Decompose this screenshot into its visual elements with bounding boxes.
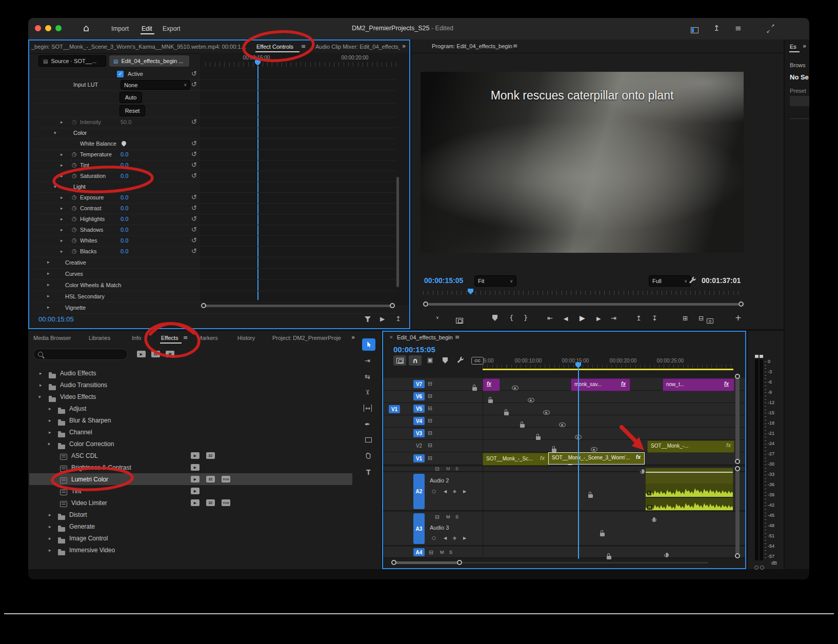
solo-button[interactable]: S xyxy=(449,550,452,555)
sync-lock-icon[interactable]: ⊟ xyxy=(428,393,432,399)
expand-chevron-icon[interactable]: ▸ xyxy=(47,259,50,265)
reset-icon[interactable]: ↺ xyxy=(191,226,197,233)
comparison-view-icon[interactable]: ⊞ xyxy=(683,315,688,322)
expand-chevron-icon[interactable]: ▸ xyxy=(47,271,50,276)
row-creative[interactable]: ▸ Creative xyxy=(33,257,396,269)
captions-badge[interactable]: CC xyxy=(471,357,484,365)
stopwatch-icon[interactable]: ◷ xyxy=(72,216,77,222)
vscroll-handle[interactable] xyxy=(735,374,740,379)
row-vignette[interactable]: ▸ Vignette xyxy=(33,302,396,314)
panel-menu-icon[interactable]: ≡ xyxy=(513,43,517,49)
mark-out-icon[interactable]: } xyxy=(524,314,528,321)
effects-search-input[interactable] xyxy=(33,349,128,360)
menu-edit[interactable]: Edit xyxy=(142,25,152,32)
program-scroll-handle-right[interactable] xyxy=(739,301,744,307)
keyframe-toggle-icon[interactable]: ○ xyxy=(432,489,436,494)
program-scroll-handle-left[interactable] xyxy=(423,301,428,307)
close-tab-icon[interactable]: ✕ xyxy=(389,335,393,340)
sync-lock-icon[interactable]: ⊟ xyxy=(429,549,433,556)
essential-browse-label[interactable]: Brows xyxy=(790,62,806,68)
filter-32bit-icon[interactable]: 32 xyxy=(151,351,160,357)
tab-history[interactable]: History xyxy=(237,335,255,341)
track-select-tool[interactable]: ⇥ xyxy=(365,357,370,365)
timeline-playhead-line[interactable] xyxy=(578,368,579,559)
stopwatch-icon[interactable]: ◷ xyxy=(72,162,77,168)
expand-chevron-icon[interactable]: ▸ xyxy=(49,418,51,423)
export-frame-camera-icon[interactable] xyxy=(707,318,713,324)
active-checkbox[interactable]: ✓ xyxy=(117,71,124,77)
blacks-value[interactable]: 0.0 xyxy=(121,248,128,254)
selection-tool[interactable] xyxy=(362,338,375,351)
share-icon[interactable]: ↥ xyxy=(713,24,720,33)
expand-chevron-icon[interactable]: ▸ xyxy=(49,406,51,411)
vscroll-handle[interactable] xyxy=(735,466,740,471)
reset-icon[interactable]: ↺ xyxy=(191,194,197,200)
expand-chevron-icon[interactable]: ▸ xyxy=(49,536,51,541)
play-around-icon[interactable]: ▶ xyxy=(380,315,385,323)
reset-button[interactable]: Reset xyxy=(119,105,145,116)
add-keyframe-icon[interactable]: ◆ xyxy=(453,489,456,494)
program-video-frame[interactable]: Monk rescues caterpillar onto plant xyxy=(421,72,744,253)
tree-row-blur-sharpen[interactable]: ▸ Blur & Sharpen xyxy=(29,414,352,426)
meter-clip-indicator[interactable] xyxy=(760,566,764,570)
maximize-window-button[interactable] xyxy=(55,25,62,31)
vscroll-handle[interactable] xyxy=(735,553,740,558)
step-forward-icon[interactable]: ▶ xyxy=(596,315,601,322)
toggle-track-output-icon[interactable] xyxy=(528,398,534,402)
clip-v1-sot-monk-a[interactable]: SOT__Monk_-_Sc... fx xyxy=(483,453,549,466)
audio-gain-line[interactable] xyxy=(646,472,733,473)
highlights-value[interactable]: 0.0 xyxy=(121,216,128,222)
expand-chevron-icon[interactable]: ▸ xyxy=(61,173,63,178)
tint-value[interactable]: 0.0 xyxy=(121,162,128,168)
expand-chevron-icon[interactable]: ▸ xyxy=(49,512,51,517)
pen-tool[interactable]: ✒ xyxy=(365,420,370,428)
razor-tool[interactable]: ✂ xyxy=(364,390,371,395)
track-row-v5[interactable] xyxy=(383,403,745,415)
export-frame-icon[interactable]: ↥ xyxy=(395,315,401,323)
reset-icon[interactable]: ↺ xyxy=(191,81,197,88)
zoom-level-dropdown[interactable]: Fit ∨ xyxy=(474,275,516,287)
timeline-settings-wrench-icon[interactable] xyxy=(457,356,465,364)
tree-row-asc-cdl[interactable]: ASC CDL ▶ 32 xyxy=(29,450,352,461)
reset-icon[interactable]: ↺ xyxy=(191,172,197,179)
tree-row-adjust[interactable]: ▸ Adjust xyxy=(29,402,352,414)
next-keyframe-icon[interactable]: ▶ xyxy=(463,536,466,540)
lock-icon[interactable] xyxy=(504,412,509,415)
go-to-in-icon[interactable]: ⇤ xyxy=(547,314,553,322)
minimize-window-button[interactable] xyxy=(45,25,51,31)
lock-icon[interactable] xyxy=(488,399,493,403)
tab-essential[interactable]: Es xyxy=(790,44,796,50)
lock-icon[interactable] xyxy=(600,533,605,536)
clip-v7-now-t[interactable]: now_t... fx xyxy=(663,378,734,391)
timeline-tab[interactable]: Edit_04_effects_begin xyxy=(397,334,453,340)
sync-lock-icon[interactable]: ⊟ xyxy=(428,430,432,436)
clip-v7-monk-saves[interactable]: monk_sav... fx xyxy=(571,378,630,391)
tab-effect-controls[interactable]: Effect Controls xyxy=(256,44,293,50)
track-row-v3[interactable] xyxy=(383,428,745,440)
sync-lock-icon[interactable]: ⊟ xyxy=(428,405,432,412)
track-v3-badge[interactable]: V3 xyxy=(413,429,425,437)
track-v5-badge[interactable]: V5 xyxy=(413,405,425,413)
tree-row-audio-effects[interactable]: ▸ Audio Effects xyxy=(29,367,352,379)
stopwatch-icon[interactable]: ◷ xyxy=(72,194,77,200)
tree-row-video-limiter[interactable]: Video Limiter ▶ 32 YUV xyxy=(29,497,352,509)
collapse-chevron-icon[interactable]: ▾ xyxy=(38,394,41,399)
expand-chevron-icon[interactable]: ▸ xyxy=(49,430,51,435)
work-area-bar[interactable] xyxy=(483,369,733,370)
timeline-hscroll-thumb[interactable] xyxy=(395,561,460,564)
workspace-icon[interactable] xyxy=(691,27,699,33)
timeline-vscroll-track-video[interactable] xyxy=(735,377,740,461)
program-scroll-track[interactable] xyxy=(428,303,739,306)
expand-chevron-icon[interactable]: ▸ xyxy=(39,371,42,376)
expand-chevron-icon[interactable]: ▸ xyxy=(61,216,63,222)
ec-timecode[interactable]: 00:00:15:05 xyxy=(38,315,74,323)
intensity-value[interactable]: 50.0 xyxy=(121,119,131,125)
exposure-value[interactable]: 0.0 xyxy=(121,194,128,200)
clip-v1-sot-monk-selected[interactable]: SOT__Monk_-_Scene_3_Worm'... fx xyxy=(548,452,645,465)
panel-menu-icon[interactable]: ≡ xyxy=(455,334,460,340)
track-v1-badge[interactable]: V1 xyxy=(413,454,425,462)
collapse-chevron-icon[interactable]: ▾ xyxy=(54,130,56,135)
lock-icon[interactable] xyxy=(588,494,593,498)
rectangle-tool[interactable] xyxy=(365,437,372,442)
expand-chevron-icon[interactable]: ▸ xyxy=(61,163,63,168)
